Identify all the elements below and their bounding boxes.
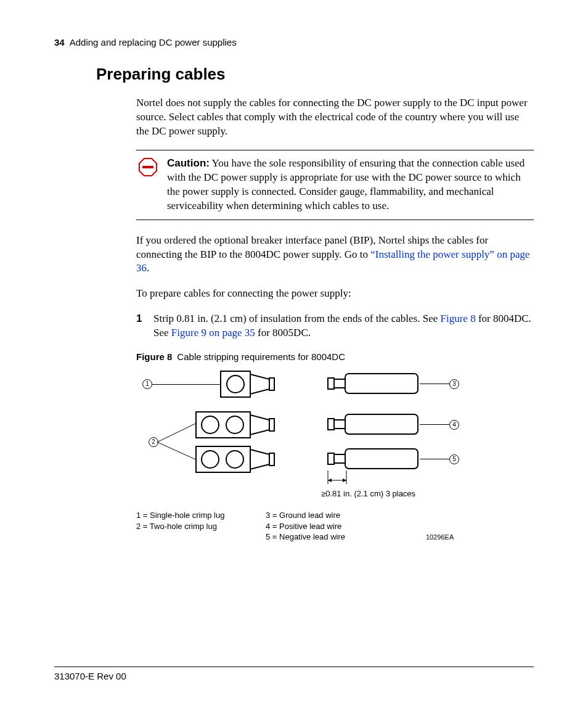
- svg-marker-4: [250, 374, 269, 394]
- svg-rect-25: [334, 454, 345, 463]
- caution-text: Caution: You have the sole responsibilit…: [167, 157, 534, 213]
- page-header: 34Adding and replacing DC power supplies: [54, 37, 534, 47]
- svg-rect-5: [269, 378, 274, 390]
- header-page-number: 34: [54, 37, 65, 47]
- prepare-lead-in: To prepare cables for connecting the pow…: [136, 287, 534, 301]
- svg-point-3: [227, 376, 244, 393]
- link-figure-8[interactable]: Figure 8: [441, 313, 476, 324]
- bip-paragraph: If you ordered the optional breaker inte…: [136, 234, 534, 276]
- page-footer: 313070-E Rev 00: [54, 667, 534, 681]
- svg-rect-19: [334, 379, 345, 388]
- single-hole-lug-icon: [220, 371, 300, 398]
- header-chapter: Adding and replacing DC power supplies: [70, 37, 237, 47]
- caution-icon: [139, 158, 157, 176]
- svg-rect-11: [196, 446, 250, 472]
- section-title: Preparing cables: [96, 65, 534, 84]
- link-figure-9[interactable]: Figure 9 on page 35: [171, 327, 255, 339]
- intro-paragraph: Nortel does not supply the cables for co…: [136, 96, 534, 139]
- svg-rect-6: [196, 412, 250, 438]
- figure-label: Figure 8: [136, 351, 172, 362]
- figure-code: 10296EA: [426, 533, 454, 541]
- svg-rect-1: [142, 166, 153, 168]
- svg-point-7: [202, 416, 219, 433]
- step-body: Strip 0.81 in. (2.1 cm) of insulation fr…: [153, 312, 534, 340]
- dimension-arrow-icon: [326, 470, 351, 488]
- svg-rect-22: [334, 420, 345, 429]
- svg-rect-21: [328, 419, 334, 430]
- svg-rect-23: [345, 414, 418, 434]
- callout-5: 5: [449, 454, 459, 464]
- step-number: 1: [136, 312, 153, 340]
- svg-marker-9: [250, 415, 269, 435]
- caution-body: You have the sole responsibility of ensu…: [167, 157, 525, 211]
- leader-line: [152, 384, 220, 385]
- leader-line: [420, 384, 449, 384]
- svg-point-8: [226, 416, 243, 433]
- callout-3: 3: [449, 379, 459, 389]
- svg-line-17: [157, 442, 195, 459]
- callout-4: 4: [449, 420, 459, 430]
- leader-line: [420, 459, 449, 459]
- figure-8: 1 2: [136, 368, 518, 578]
- svg-rect-20: [345, 374, 418, 393]
- positive-wire-icon: [327, 414, 420, 435]
- svg-rect-18: [328, 378, 334, 389]
- caution-box: Caution: You have the sole responsibilit…: [136, 150, 534, 220]
- svg-point-12: [202, 451, 219, 468]
- two-hole-lug-icon: [195, 411, 300, 438]
- svg-marker-31: [343, 478, 346, 482]
- svg-rect-26: [345, 449, 418, 469]
- svg-rect-15: [269, 453, 274, 466]
- caution-label: Caution:: [167, 157, 210, 169]
- figure-title: Cable stripping requirements for 8004DC: [177, 351, 345, 362]
- negative-wire-icon: [327, 448, 420, 469]
- legend-col-2: 3 = Ground lead wire 4 = Positive lead w…: [266, 510, 345, 543]
- callout-1: 1: [142, 379, 152, 389]
- dimension-label: ≥0.81 in. (2.1 cm) 3 places: [321, 489, 415, 498]
- legend-col-1: 1 = Single-hole crimp lug 2 = Two-hole c…: [136, 510, 224, 532]
- svg-marker-30: [328, 478, 332, 482]
- svg-rect-10: [269, 419, 274, 431]
- step-1: 1 Strip 0.81 in. (2.1 cm) of insulation …: [136, 312, 534, 340]
- two-hole-lug-icon: [195, 446, 300, 473]
- ground-wire-icon: [327, 373, 420, 394]
- svg-marker-14: [250, 449, 269, 469]
- leader-line: [420, 424, 449, 425]
- svg-line-16: [157, 424, 195, 442]
- leader-line: [157, 420, 197, 463]
- figure-8-caption: Figure 8Cable stripping requirements for…: [136, 351, 534, 362]
- svg-rect-24: [328, 453, 334, 464]
- svg-point-13: [226, 451, 243, 468]
